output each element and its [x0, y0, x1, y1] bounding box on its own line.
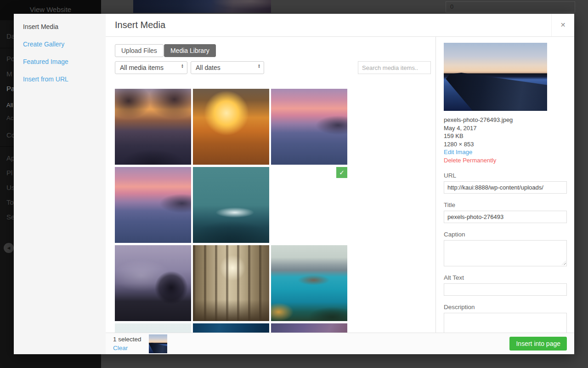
title-field[interactable]	[444, 211, 567, 223]
alt-text-label: Alt Text	[444, 274, 566, 281]
selected-count: 1 selected	[113, 336, 141, 343]
date-filter-value: All dates	[196, 64, 220, 71]
sidebar-item-all-pages[interactable]: All	[6, 102, 13, 109]
attachment-date: May 4, 2017	[444, 124, 566, 132]
menu-item-featured-image[interactable]: Featured Image	[23, 58, 68, 65]
attachment-filesize: 159 KB	[444, 132, 566, 140]
media-item-crater-lake[interactable]	[271, 245, 347, 321]
menu-item-insert-from-url[interactable]: Insert from URL	[23, 75, 68, 83]
edit-image-link[interactable]: Edit Image	[444, 148, 566, 156]
selected-check-icon: ✓	[336, 167, 347, 178]
tab-media-library[interactable]: Media Library	[164, 44, 216, 57]
modal-content: Upload Files Media Library All media ite…	[106, 37, 574, 333]
media-grid: ✓	[115, 89, 347, 333]
sidebar-item-media[interactable]: M	[6, 70, 12, 78]
delete-permanently-link[interactable]: Delete Permanently	[444, 156, 566, 165]
insert-into-page-button[interactable]: Insert into page	[509, 337, 567, 351]
media-item-storm-clouds[interactable]	[193, 323, 269, 333]
menu-item-insert-media[interactable]: Insert Media	[23, 23, 58, 30]
media-item-misty-forest[interactable]	[193, 245, 269, 321]
selected-item-thumbnail[interactable]	[149, 334, 167, 353]
attachment-filename: pexels-photo-276493.jpeg	[444, 116, 566, 124]
media-item-lone-tree[interactable]	[115, 245, 191, 321]
media-item-lake-dock-selected[interactable]: ✓	[271, 167, 347, 243]
media-type-filter-value: All media items	[120, 64, 164, 71]
attachment-details-panel: pexels-photo-276493.jpeg May 4, 2017 159…	[435, 37, 574, 333]
url-label: URL	[444, 172, 566, 179]
close-icon[interactable]: ✕	[551, 14, 574, 36]
select-arrows-icon: ▲▼	[181, 64, 184, 69]
description-label: Description	[444, 304, 566, 310]
media-item-pink-beach-sunset-2[interactable]	[115, 167, 191, 243]
sidebar-item-add-new[interactable]: Ac	[6, 115, 13, 121]
modal-header: Insert Media ✕	[106, 14, 574, 37]
collapse-menu-icon[interactable]: ◀	[4, 243, 14, 253]
select-arrows-icon: ▲▼	[258, 64, 260, 69]
media-item-pale-sky[interactable]	[115, 323, 191, 333]
page-content-image	[133, 0, 271, 13]
caption-field[interactable]	[444, 240, 567, 266]
clear-selection-link[interactable]: Clear	[113, 345, 128, 351]
media-item-purple-dusk[interactable]	[271, 323, 347, 333]
caption-label: Caption	[444, 231, 566, 238]
url-field[interactable]	[444, 181, 567, 194]
date-filter-select[interactable]: All dates ▲▼	[191, 61, 264, 74]
media-item-trees-bridge-sunset[interactable]	[115, 89, 191, 165]
modal-menu-sidebar: Insert Media Create Gallery Featured Ima…	[14, 14, 106, 354]
media-item-mountain-sunrise[interactable]	[193, 89, 269, 165]
media-library-pane: Upload Files Media Library All media ite…	[106, 37, 435, 333]
view-website-link[interactable]: View Website	[0, 6, 101, 13]
sidebar-item-tools[interactable]: To	[6, 198, 14, 206]
description-field[interactable]	[444, 313, 567, 333]
insert-media-modal: Insert Media Create Gallery Featured Ima…	[14, 14, 574, 354]
menu-item-create-gallery[interactable]: Create Gallery	[23, 40, 64, 48]
tab-upload-files[interactable]: Upload Files	[115, 44, 164, 57]
page-order-field: 0	[446, 1, 575, 12]
attachment-preview-image	[444, 43, 547, 111]
alt-text-field[interactable]	[444, 283, 567, 296]
title-label: Title	[444, 201, 566, 208]
sidebar-item-plugins[interactable]: Pl	[6, 169, 12, 177]
modal-footer: 1 selected Clear Insert into page	[106, 333, 574, 354]
modal-title: Insert Media	[115, 14, 165, 36]
media-item-pink-beach-sunset[interactable]	[271, 89, 347, 165]
media-type-filter-select[interactable]: All media items ▲▼	[115, 61, 187, 74]
attachment-dimensions: 1280 × 853	[444, 140, 566, 149]
search-input[interactable]	[358, 61, 431, 74]
media-item-teal-mountain[interactable]	[193, 167, 269, 243]
